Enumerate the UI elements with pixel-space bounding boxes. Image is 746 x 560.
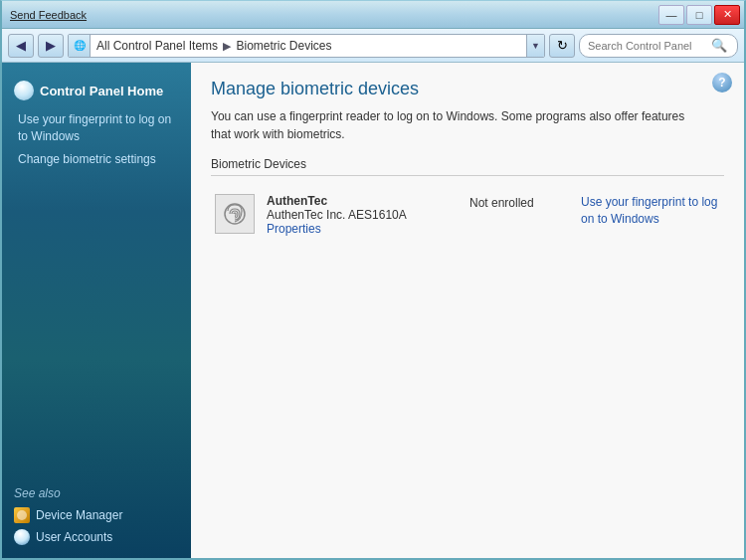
address-text: All Control Panel Items ▶ Biometric Devi… — [91, 39, 526, 53]
sidebar-see-also-title: See also — [2, 478, 191, 504]
home-icon — [14, 81, 34, 100]
search-icon[interactable]: 🔍 — [711, 38, 727, 53]
fingerprint-svg-icon — [221, 200, 249, 228]
refresh-button[interactable]: ↻ — [549, 34, 575, 58]
help-button[interactable]: ? — [712, 73, 732, 93]
back-button[interactable]: ◀ — [8, 34, 34, 58]
sidebar-home-label: Control Panel Home — [40, 84, 163, 98]
sidebar-link-fingerprint[interactable]: Use your fingerprint to log on to Window… — [2, 108, 191, 148]
address-bar-icon: 🌐 — [69, 35, 91, 57]
page-title: Manage biometric devices — [211, 79, 724, 99]
page-description: You can use a fingerprint reader to log … — [211, 107, 688, 143]
sidebar: Control Panel Home Use your fingerprint … — [2, 63, 191, 558]
user-accounts-icon — [14, 529, 30, 545]
title-bar: Send Feedback — □ ✕ — [2, 1, 744, 29]
device-name: AuthenTec — [267, 194, 458, 208]
device-action-link[interactable]: Use your fingerprint to log on to Window… — [581, 194, 720, 228]
toolbar: ◀ ▶ 🌐 All Control Panel Items ▶ Biometri… — [2, 29, 744, 63]
sidebar-home-link[interactable]: Control Panel Home — [2, 73, 191, 108]
globe-icon: 🌐 — [74, 40, 86, 51]
sidebar-item-device-manager[interactable]: Device Manager — [2, 504, 191, 526]
search-box[interactable]: 🔍 — [579, 34, 738, 58]
sidebar-item-label-device-manager: Device Manager — [36, 508, 122, 522]
main-window: Send Feedback — □ ✕ ◀ ▶ 🌐 All Control Pa… — [0, 0, 746, 560]
sidebar-item-label-user-accounts: User Accounts — [36, 530, 112, 544]
sidebar-spacer — [2, 170, 191, 478]
address-dropdown-button[interactable]: ▼ — [526, 34, 544, 58]
device-status: Not enrolled — [469, 194, 569, 210]
minimize-button[interactable]: — — [658, 5, 684, 25]
device-icon-container — [215, 194, 255, 234]
content-area: ? Manage biometric devices You can use a… — [191, 63, 744, 558]
section-header-biometric-devices: Biometric Devices — [211, 157, 724, 176]
maximize-button[interactable]: □ — [686, 5, 712, 25]
search-input[interactable] — [588, 40, 707, 52]
sidebar-link-biometric-settings[interactable]: Change biometric settings — [2, 148, 191, 171]
close-button[interactable]: ✕ — [714, 5, 740, 25]
address-bar[interactable]: 🌐 All Control Panel Items ▶ Biometric De… — [68, 34, 545, 58]
device-row: AuthenTec AuthenTec Inc. AES1610A Proper… — [211, 186, 724, 244]
device-manufacturer: AuthenTec Inc. AES1610A — [267, 208, 458, 222]
breadcrumb-part2: Biometric Devices — [236, 39, 331, 53]
device-manager-icon — [14, 507, 30, 523]
device-properties-link[interactable]: Properties — [267, 222, 321, 236]
forward-button[interactable]: ▶ — [38, 34, 64, 58]
main-layout: Control Panel Home Use your fingerprint … — [2, 63, 744, 558]
refresh-icon: ↻ — [557, 38, 568, 53]
sidebar-item-user-accounts[interactable]: User Accounts — [2, 526, 191, 548]
breadcrumb-part1[interactable]: All Control Panel Items — [96, 39, 218, 53]
forward-icon: ▶ — [46, 38, 56, 53]
breadcrumb-separator: ▶ — [223, 40, 234, 52]
send-feedback-link[interactable]: Send Feedback — [10, 9, 87, 21]
device-info: AuthenTec AuthenTec Inc. AES1610A Proper… — [267, 194, 458, 236]
back-icon: ◀ — [16, 38, 26, 53]
